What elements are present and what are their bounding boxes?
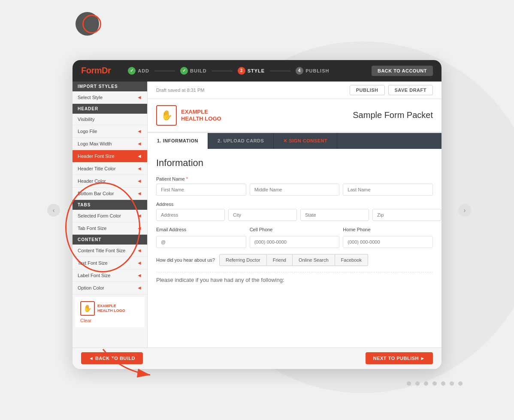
sidebar-item-logo-max-width[interactable]: Logo Max Width ◄: [73, 138, 147, 150]
option-color-arrow: ◄: [137, 285, 142, 291]
form-preview-header: ✋ EXAMPLE HEALTH LOGO Sample Form Packet: [148, 99, 441, 133]
back-to-account-button[interactable]: BACK TO ACCOUNT: [372, 66, 433, 76]
header-section-header: HEADER: [73, 104, 147, 114]
email-input[interactable]: [156, 236, 246, 248]
main-layout: IMPORT STYLES Select Style ◄ HEADER Visi…: [73, 82, 441, 347]
tab-font-size-arrow: ◄: [137, 225, 142, 231]
state-input[interactable]: [300, 209, 369, 221]
divider-1: ————: [154, 68, 175, 74]
contact-labels-row: Email Address Cell Phone Home Phone: [156, 227, 433, 234]
content-title-font-arrow: ◄: [137, 248, 142, 254]
tab-upload-cards[interactable]: 2. UPLOAD CARDS: [208, 133, 274, 149]
right-panel: Draft saved at 8:31 PM PUBLISH SAVE DRAF…: [148, 82, 441, 347]
divider-3: ————: [270, 68, 290, 74]
header-color-arrow: ◄: [137, 178, 142, 184]
hear-about-buttons: Referring Doctor Friend Online Search Fa…: [219, 254, 368, 266]
step-publish: 4 PUBLISH: [296, 67, 329, 75]
draft-actions: PUBLISH SAVE DRAFT: [350, 85, 433, 95]
email-label: Email Address: [156, 227, 246, 232]
sidebar-item-label-font-size[interactable]: Label Font Size ◄: [73, 269, 147, 282]
address-group: Address: [156, 202, 433, 221]
sidebar-item-header-font-size[interactable]: Header Font Size ◄: [73, 150, 147, 163]
sidebar-item-logo-file[interactable]: Logo File ◄: [73, 125, 147, 138]
form-title: Sample Form Packet: [353, 110, 433, 120]
logo-file-arrow: ◄: [137, 128, 142, 134]
facebook-btn[interactable]: Facebook: [335, 254, 368, 266]
sidebar-item-header-title-color[interactable]: Header Title Color ◄: [73, 163, 147, 175]
preview-area: ✋ EXAMPLE HEALTH LOGO Sample Form Packet…: [148, 99, 441, 347]
save-draft-button[interactable]: SAVE DRAFT: [388, 85, 433, 95]
contact-inputs-row: [156, 236, 433, 248]
sidebar-item-select-style[interactable]: Select Style ◄: [73, 91, 147, 104]
bottom-bar: ◄ BACK TO BUILD NEXT TO PUBLISH ►: [73, 347, 441, 369]
sidebar-item-visibility[interactable]: Visibility: [73, 114, 147, 125]
step-build-icon: ✓: [180, 67, 188, 75]
online-search-btn[interactable]: Online Search: [293, 254, 335, 266]
sidebar: IMPORT STYLES Select Style ◄ HEADER Visi…: [73, 82, 148, 347]
required-marker: *: [186, 176, 188, 181]
sidebar-item-tab-font-size[interactable]: Tab Font Size ◄: [73, 222, 147, 235]
address-label: Address: [156, 202, 433, 207]
sidebar-logo-preview: ✋ EXAMPLEHEALTH LOGO Clear: [75, 297, 145, 327]
sidebar-logo-icon: ✋: [80, 301, 95, 316]
bottom-bar-color-arrow: ◄: [137, 190, 142, 196]
patient-name-label: Patient Name *: [156, 176, 433, 181]
step-style-num: 3: [238, 67, 245, 75]
label-font-size-arrow: ◄: [137, 272, 142, 278]
step-add: ✓ ADD: [128, 67, 149, 75]
sidebar-item-header-color[interactable]: Header Color ◄: [73, 175, 147, 187]
sidebar-item-content-title-font[interactable]: Content Title Font Size ◄: [73, 245, 147, 257]
header-title-color-arrow: ◄: [137, 166, 142, 172]
tab-information[interactable]: 1. INFORMATION: [148, 133, 208, 149]
sidebar-item-text-font-size[interactable]: Text Font Size ◄: [73, 257, 147, 269]
form-tabs: 1. INFORMATION 2. UPLOAD CARDS ✕ SIGN CO…: [148, 133, 441, 149]
friend-btn[interactable]: Friend: [267, 254, 293, 266]
selected-form-color-arrow: ◄: [137, 213, 142, 219]
content-section-header: CONTENT: [73, 235, 147, 245]
clear-logo-link[interactable]: Clear: [80, 318, 139, 323]
step-build: ✓ BUILD: [180, 67, 207, 75]
nav-steps: ✓ ADD ———— ✓ BUILD ———— 3 STYLE ———— 4 P…: [128, 67, 363, 75]
sidebar-item-selected-form-color[interactable]: Selected Form Color ◄: [73, 210, 147, 222]
brand-logo: FormDr: [81, 66, 111, 76]
step-style: 3 STYLE: [238, 67, 265, 75]
patient-name-row: [156, 184, 433, 196]
text-font-size-arrow: ◄: [137, 260, 142, 266]
back-to-build-button[interactable]: ◄ BACK TO BUILD: [81, 352, 143, 364]
address-input[interactable]: [156, 209, 225, 221]
partial-text: Please indicate if you have had any of t…: [156, 272, 433, 283]
next-to-publish-button[interactable]: NEXT TO PUBLISH ►: [366, 352, 433, 364]
sidebar-item-option-color[interactable]: Option Color ◄: [73, 282, 147, 294]
step-add-icon: ✓: [128, 67, 136, 75]
dots-decoration: [407, 381, 463, 386]
right-nav-arrow[interactable]: ›: [458, 204, 471, 217]
middle-name-input[interactable]: [250, 184, 340, 196]
draft-bar: Draft saved at 8:31 PM PUBLISH SAVE DRAF…: [148, 82, 441, 99]
home-phone-input[interactable]: [343, 236, 433, 248]
tabs-section-header: TABS: [73, 200, 147, 210]
first-name-input[interactable]: [156, 184, 246, 196]
city-input[interactable]: [228, 209, 297, 221]
form-logo-icon: ✋: [156, 105, 177, 126]
cell-label: Cell Phone: [250, 227, 340, 232]
publish-button[interactable]: PUBLISH: [350, 85, 385, 95]
cell-phone-input[interactable]: [250, 236, 340, 248]
form-content: Information Patient Name *: [148, 149, 441, 292]
sidebar-item-bottom-bar-color[interactable]: Bottom Bar Color ◄: [73, 187, 147, 200]
left-nav-arrow[interactable]: ‹: [47, 204, 60, 217]
form-logo-text: EXAMPLE HEALTH LOGO: [181, 109, 221, 122]
last-name-input[interactable]: [343, 184, 433, 196]
import-styles-header: IMPORT STYLES: [73, 82, 147, 91]
contact-group: Email Address Cell Phone Home Phone: [156, 227, 433, 248]
patient-name-group: Patient Name *: [156, 176, 433, 196]
sidebar-logo-text: EXAMPLEHEALTH LOGO: [97, 304, 125, 313]
divider-2: ————: [212, 68, 233, 74]
referring-doctor-btn[interactable]: Referring Doctor: [219, 254, 267, 266]
main-ui-container: FormDr ✓ ADD ———— ✓ BUILD ———— 3 STYLE —…: [73, 60, 441, 369]
select-style-arrow: ◄: [137, 94, 142, 100]
zip-input[interactable]: [372, 209, 441, 221]
tab-sign-consent[interactable]: ✕ SIGN CONSENT: [274, 133, 337, 149]
hear-about-label: How did you hear about us?: [156, 257, 215, 263]
hear-about-row: How did you hear about us? Referring Doc…: [156, 254, 433, 266]
annotation-top-circle: [82, 15, 101, 33]
